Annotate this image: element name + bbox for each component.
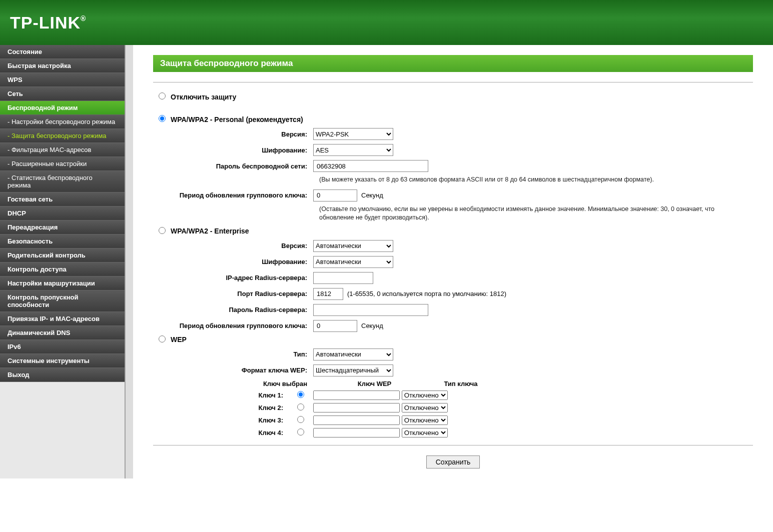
- select-encryption-enterprise[interactable]: Автоматически: [313, 256, 393, 268]
- label-key2: Ключ 2:: [153, 404, 288, 412]
- sidebar-item-quick[interactable]: Быстрая настройка: [0, 59, 125, 73]
- sidebar-item-sec[interactable]: Безопасность: [0, 234, 125, 248]
- input-psk[interactable]: [313, 160, 428, 172]
- label-key3: Ключ 3:: [153, 416, 288, 424]
- label-key1: Ключ 1:: [153, 392, 288, 399]
- sidebar-item-ddns[interactable]: Динамический DNS: [0, 326, 125, 340]
- sidebar-item-parent[interactable]: Родительский контроль: [0, 248, 125, 262]
- label-radius-pw: Пароль Radius-сервера:: [153, 306, 313, 314]
- label-groupkey-personal: Период обновления группового ключа:: [153, 192, 313, 199]
- label-radius-ip: IP-адрес Radius-сервера:: [153, 274, 313, 282]
- input-wep-key3[interactable]: [313, 416, 400, 425]
- sidebar: Состояние Быстрая настройка WPS Сеть Бес…: [0, 45, 125, 478]
- radio-wpa-enterprise[interactable]: [159, 227, 166, 234]
- label-radius-port: Порт Radius-сервера:: [153, 290, 313, 298]
- sidebar-item-wl-security[interactable]: - Защита беспроводного режима: [0, 129, 125, 143]
- sidebar-item-bind[interactable]: Привязка IP- и MAC-адресов: [0, 312, 125, 326]
- sidebar-item-guest[interactable]: Гостевая сеть: [0, 192, 125, 206]
- sidebar-item-tools[interactable]: Системные инструменты: [0, 354, 125, 368]
- label-version-ent: Версия:: [153, 242, 313, 250]
- input-groupkey-personal[interactable]: [313, 190, 357, 202]
- sidebar-item-wl-mac[interactable]: - Фильтрация MAC-адресов: [0, 143, 125, 157]
- divider: [153, 82, 753, 82]
- hint-psk: (Вы можете указать от 8 до 63 символов ф…: [319, 176, 753, 184]
- input-groupkey-enterprise[interactable]: [313, 320, 357, 332]
- sidebar-item-wl-stats[interactable]: - Статистика беспроводного режима: [0, 171, 125, 192]
- select-wep-format[interactable]: Шестнадцатеричный: [313, 364, 393, 376]
- select-wep-type[interactable]: Автоматически: [313, 348, 393, 360]
- sidebar-item-route[interactable]: Настройки маршрутизации: [0, 276, 125, 290]
- label-wep: WEP: [171, 336, 187, 344]
- hint-groupkey: (Оставьте по умолчанию, если вы не увере…: [319, 205, 753, 222]
- sidebar-item-bw[interactable]: Контроль пропускной способности: [0, 290, 125, 312]
- sidebar-item-dhcp[interactable]: DHCP: [0, 206, 125, 220]
- label-psk: Пароль беспроводной сети:: [153, 162, 313, 170]
- input-wep-key2[interactable]: [313, 403, 400, 412]
- radio-key4[interactable]: [297, 428, 304, 436]
- hint-radius-port: (1-65535, 0 используется порта по умолча…: [347, 290, 506, 298]
- input-radius-port[interactable]: [313, 288, 343, 300]
- sidebar-item-wps[interactable]: WPS: [0, 73, 125, 87]
- label-encryption-ent: Шифрование:: [153, 258, 313, 266]
- sidebar-item-wireless[interactable]: Беспроводной режим: [0, 101, 125, 115]
- save-button[interactable]: Сохранить: [426, 456, 480, 468]
- sidebar-item-status[interactable]: Состояние: [0, 45, 125, 59]
- select-wep-type2[interactable]: Отключено: [402, 403, 448, 412]
- radio-key3[interactable]: [297, 416, 304, 423]
- label-groupkey-ent: Период обновления группового ключа:: [153, 322, 313, 330]
- sidebar-item-logout[interactable]: Выход: [0, 368, 125, 382]
- label-encryption-personal: Шифрование:: [153, 146, 313, 154]
- input-radius-ip[interactable]: [313, 272, 373, 284]
- logo: TP-LINK®: [10, 13, 86, 32]
- sidebar-item-wl-adv[interactable]: - Расширенные настройки: [0, 157, 125, 171]
- select-wep-type1[interactable]: Отключено: [402, 390, 448, 400]
- select-version-enterprise[interactable]: Автоматически: [313, 240, 393, 252]
- page-title: Защита беспроводного режима: [153, 55, 753, 72]
- label-key4: Ключ 4:: [153, 429, 288, 436]
- sidebar-item-net[interactable]: Сеть: [0, 87, 125, 101]
- input-wep-key4[interactable]: [313, 428, 400, 438]
- radio-key1[interactable]: [297, 391, 304, 398]
- suffix-seconds-2: Секунд: [361, 322, 383, 330]
- label-wpa-enterprise: WPA/WPA2 - Enterprise: [171, 227, 249, 235]
- content: Защита беспроводного режима Отключить за…: [133, 45, 773, 478]
- label-wep-key-header: Ключ WEP: [313, 380, 436, 388]
- radio-key2[interactable]: [297, 404, 304, 410]
- label-wep-format: Формат ключа WEP:: [153, 366, 313, 374]
- sidebar-item-ipv6[interactable]: IPv6: [0, 340, 125, 354]
- label-disable: Отключить защиту: [171, 93, 236, 101]
- select-wep-type4[interactable]: Отключено: [402, 428, 448, 438]
- sidebar-item-wl-settings[interactable]: - Настройки беспроводного режима: [0, 115, 125, 129]
- input-wep-key1[interactable]: [313, 390, 400, 400]
- select-wep-type3[interactable]: Отключено: [402, 416, 448, 425]
- select-version-personal[interactable]: WPA2-PSK: [313, 128, 393, 140]
- radio-wep[interactable]: [159, 336, 166, 342]
- sidebar-item-access[interactable]: Контроль доступа: [0, 262, 125, 276]
- radio-wpa-personal[interactable]: [159, 115, 166, 122]
- label-wpa-personal: WPA/WPA2 - Personal (рекомендуется): [171, 116, 303, 124]
- header: TP-LINK®: [0, 0, 773, 45]
- label-key-type-header: Тип ключа: [436, 380, 486, 388]
- sidebar-scrollbar[interactable]: [125, 45, 133, 478]
- radio-disable[interactable]: [159, 92, 166, 100]
- label-wep-type: Тип:: [153, 350, 313, 358]
- sidebar-item-fwd[interactable]: Переадресация: [0, 220, 125, 234]
- label-key-selected: Ключ выбран: [153, 380, 313, 388]
- input-radius-pw[interactable]: [313, 304, 428, 316]
- label-version-personal: Версия:: [153, 130, 313, 138]
- suffix-seconds-1: Секунд: [361, 192, 383, 199]
- divider-bottom: [153, 445, 753, 446]
- select-encryption-personal[interactable]: AES: [313, 144, 393, 156]
